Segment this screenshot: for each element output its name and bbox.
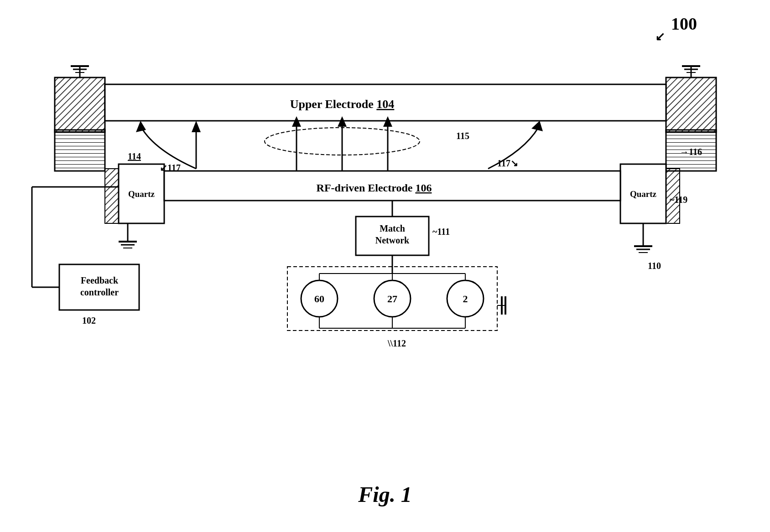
svg-text:→116: →116 [680,147,702,157]
svg-text:110: 110 [648,261,661,271]
svg-text:\\112: \\112 [387,338,406,348]
svg-text:Network: Network [375,235,410,245]
figure-arrow: ↙ [655,30,665,44]
diagram-svg: Upper Electrode 104 Quartz Quartz RF-dri… [0,0,770,532]
svg-text:117↘: 117↘ [497,158,518,168]
svg-point-36 [374,280,411,317]
svg-text:Feedback: Feedback [81,275,119,285]
svg-marker-74 [383,116,392,127]
svg-marker-70 [292,116,301,127]
svg-text:controller: controller [80,287,119,297]
svg-text:Quartz: Quartz [128,189,155,199]
svg-text:114: 114 [128,151,141,161]
svg-rect-23 [356,217,429,255]
svg-text:~119: ~119 [670,195,687,205]
svg-text:Upper Electrode  104: Upper Electrode 104 [290,98,395,111]
svg-point-38 [447,280,484,317]
svg-text:115: 115 [456,131,469,141]
svg-rect-19 [666,169,680,223]
svg-rect-1 [55,130,105,171]
svg-point-34 [301,280,338,317]
svg-marker-67 [192,121,201,132]
svg-rect-20 [164,171,620,201]
svg-point-65 [265,128,420,155]
figure-number: 100 [671,14,697,34]
svg-text:102: 102 [82,315,96,325]
svg-marker-72 [338,116,347,127]
svg-rect-49 [59,264,139,310]
svg-text:↙117: ↙117 [160,163,181,173]
svg-rect-28 [287,267,497,331]
svg-rect-17 [620,164,666,223]
svg-text:60: 60 [314,293,324,305]
figure-caption: Fig. 1 [358,482,411,507]
svg-marker-68 [136,121,146,132]
svg-text:27: 27 [387,293,397,305]
svg-rect-2 [666,77,716,132]
svg-rect-14 [105,169,119,223]
svg-text:Quartz: Quartz [630,189,657,199]
svg-rect-15 [119,164,164,223]
svg-text:~111: ~111 [432,227,450,237]
svg-rect-4 [105,84,666,121]
svg-marker-75 [531,121,543,131]
svg-rect-0 [55,77,105,132]
svg-rect-3 [666,130,716,171]
svg-text:Match: Match [380,223,405,233]
page-container: 100 ↙ Upper Electrode 104 Quartz [0,0,770,532]
svg-text:RF-driven Electrode  106: RF-driven Electrode 106 [317,182,432,194]
svg-text:2: 2 [463,293,468,305]
